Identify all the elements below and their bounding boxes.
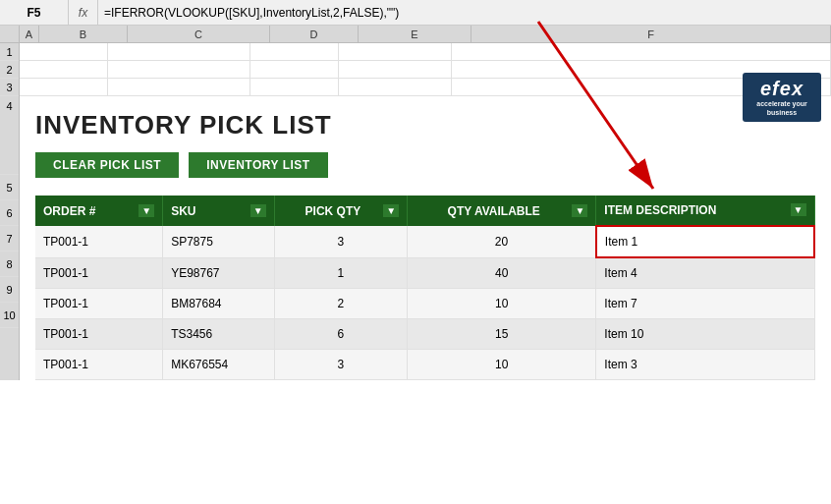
cell-item-desc[interactable]: Item 4 [596,257,814,289]
cell-item-desc[interactable]: Item 1 [596,226,814,257]
row-num-3: 3 [0,79,19,96]
col-header-e[interactable]: E [359,26,471,42]
sheet-content: INVENTORY PICK LIST CLEAR PICK LIST INVE… [20,43,831,380]
cell-sku[interactable]: TS3456 [163,319,274,350]
cell-b3[interactable] [20,79,108,95]
cell-c2[interactable] [108,61,250,78]
table-row[interactable]: TP001-1SP7875320Item 1 [35,226,814,257]
th-item-desc: ITEM DESCRIPTION ▼ [596,196,814,226]
cell-pick-qty[interactable]: 3 [274,350,407,380]
cell-c1[interactable] [108,43,250,60]
row-num-10: 10 [0,303,19,328]
table-row[interactable]: TP001-1YE98767140Item 4 [35,257,814,289]
col-header-d[interactable]: D [270,26,359,42]
logo-main: efex [760,78,803,100]
row-num-6: 6 [0,200,19,226]
order-dropdown-arrow[interactable]: ▼ [138,204,154,217]
cell-order[interactable]: TP001-1 [35,257,163,289]
cell-qty-available[interactable]: 40 [408,257,596,289]
cell-e1[interactable] [339,43,452,60]
sku-dropdown-arrow[interactable]: ▼ [250,204,266,217]
cell-order[interactable]: TP001-1 [35,226,163,257]
cell-d2[interactable] [250,61,339,78]
column-headers-strip: A B C D E F [0,26,831,43]
row-num-4: 4 [0,96,19,175]
cell-pick-qty[interactable]: 2 [274,289,407,319]
table-body: TP001-1SP7875320Item 1TP001-1YE98767140I… [35,226,814,380]
cell-order[interactable]: TP001-1 [35,350,163,380]
fx-label: fx [69,0,98,26]
col-header-f[interactable]: F [471,26,831,42]
th-order: ORDER # ▼ [35,196,163,226]
cell-e3[interactable] [339,79,452,95]
table-header-row: ORDER # ▼ SKU ▼ PICK QTY ▼ QTY AVAILAB [35,196,814,226]
cell-d3[interactable] [250,79,339,95]
cell-sku[interactable]: BM87684 [163,289,274,319]
cell-qty-available[interactable]: 10 [408,289,596,319]
spreadsheet-body: 1 2 3 4 5 6 7 8 9 10 [0,43,831,380]
row-num-1: 1 [0,43,19,61]
cell-b2[interactable] [20,61,108,78]
cell-qty-available[interactable]: 10 [408,350,596,380]
item-desc-dropdown-arrow[interactable]: ▼ [791,203,806,216]
cell-sku[interactable]: YE98767 [163,257,274,289]
row-num-5: 5 [0,175,19,200]
cell-d1[interactable] [250,43,339,60]
cell-qty-available[interactable]: 15 [408,319,596,350]
main-content: INVENTORY PICK LIST CLEAR PICK LIST INVE… [20,96,831,380]
row-num-9: 9 [0,277,19,303]
th-pick-qty: PICK QTY ▼ [274,196,407,226]
cell-pick-qty[interactable]: 3 [274,226,407,257]
row-num-7: 7 [0,226,19,252]
cell-order[interactable]: TP001-1 [35,319,163,350]
cell-f1[interactable] [452,43,831,60]
sheet-row-2 [20,61,831,79]
table-row[interactable]: TP001-1MK676554310Item 3 [35,350,814,380]
inventory-list-button[interactable]: INVENTORY LIST [189,152,327,178]
table-row[interactable]: TP001-1TS3456615Item 10 [35,319,814,350]
col-header-row-num [0,26,20,42]
row-num-8: 8 [0,252,19,277]
row-num-2: 2 [0,61,19,79]
clear-pick-list-button[interactable]: CLEAR PICK LIST [35,152,179,178]
cell-reference-box[interactable]: F5 [0,0,69,26]
table-row[interactable]: TP001-1BM87684210Item 7 [35,289,814,319]
cell-ref-label: F5 [27,6,40,20]
cell-pick-qty[interactable]: 1 [274,257,407,289]
row-numbers: 1 2 3 4 5 6 7 8 9 10 [0,43,20,380]
cell-b1[interactable] [20,43,108,60]
sheet-row-3 [20,79,831,96]
cell-pick-qty[interactable]: 6 [274,319,407,350]
cell-qty-available[interactable]: 20 [408,226,596,257]
cell-item-desc[interactable]: Item 3 [596,350,814,380]
th-sku: SKU ▼ [163,196,274,226]
cell-sku[interactable]: MK676554 [163,350,274,380]
col-header-a[interactable]: A [20,26,39,42]
buttons-row: CLEAR PICK LIST INVENTORY LIST [35,152,815,178]
formula-text: =IFERROR(VLOOKUP([SKU],InventoryList,2,F… [104,6,399,20]
sheet-row-1 [20,43,831,61]
col-header-c[interactable]: C [128,26,270,42]
logo-area: efex accelerate your business [743,73,821,122]
th-qty-available: QTY AVAILABLE ▼ [408,196,596,226]
formula-content[interactable]: =IFERROR(VLOOKUP([SKU],InventoryList,2,F… [98,6,831,20]
formula-bar: F5 fx =IFERROR(VLOOKUP([SKU],InventoryLi… [0,0,831,26]
page-title: INVENTORY PICK LIST [35,110,815,140]
cell-e2[interactable] [339,61,452,78]
logo-subtitle: accelerate your business [754,100,809,117]
pick-qty-dropdown-arrow[interactable]: ▼ [383,204,399,217]
cell-order[interactable]: TP001-1 [35,289,163,319]
cell-sku[interactable]: SP7875 [163,226,274,257]
cell-c3[interactable] [108,79,250,95]
qty-available-dropdown-arrow[interactable]: ▼ [572,204,587,217]
col-header-b[interactable]: B [39,26,128,42]
cell-item-desc[interactable]: Item 7 [596,289,814,319]
cell-item-desc[interactable]: Item 10 [596,319,814,350]
inventory-table: ORDER # ▼ SKU ▼ PICK QTY ▼ QTY AVAILAB [35,196,815,380]
